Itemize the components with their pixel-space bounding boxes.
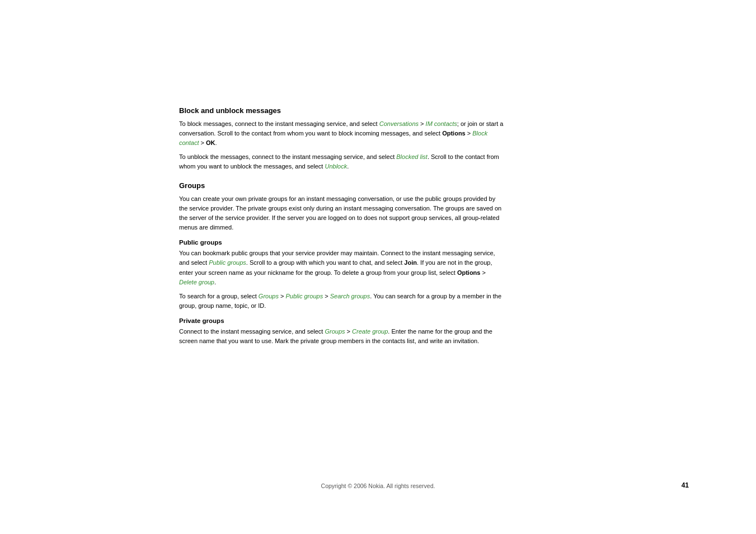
conversations-link[interactable]: Conversations — [379, 120, 419, 127]
public-para1-mid3: > — [480, 269, 485, 276]
public-groups-subsection: Public groups You can bookmark public gr… — [179, 239, 504, 310]
search-groups-link[interactable]: Search groups — [330, 293, 370, 299]
groups-link1[interactable]: Groups — [259, 293, 279, 299]
block-para1-end: . — [215, 139, 217, 146]
public-para2-mid2: > — [323, 293, 330, 299]
block-unblock-section: Block and unblock messages To block mess… — [179, 106, 504, 171]
unblock-end: . — [347, 163, 349, 170]
ok-bold: OK — [206, 139, 215, 146]
groups-intro: You can create your own private groups f… — [179, 194, 504, 232]
public-para1-end: . — [214, 279, 216, 285]
block-para1-mid3: > — [199, 139, 206, 146]
public-para2-mid1: > — [279, 293, 286, 299]
block-unblock-title: Block and unblock messages — [179, 106, 504, 115]
blocked-list-link[interactable]: Blocked list — [396, 153, 428, 160]
private-para1-pre: Connect to the instant messaging service… — [179, 328, 325, 335]
page: Block and unblock messages To block mess… — [0, 0, 756, 534]
options-bold1: Options — [442, 130, 466, 137]
page-number: 41 — [682, 481, 689, 489]
public-groups-link1[interactable]: Public groups — [209, 259, 246, 266]
public-para2-pre: To search for a group, select — [179, 293, 259, 299]
create-group-link[interactable]: Create group — [352, 328, 388, 335]
public-para1-mid1: . Scroll to a group with which you want … — [246, 259, 404, 266]
private-groups-para1: Connect to the instant messaging service… — [179, 327, 504, 346]
private-groups-subsection: Private groups Connect to the instant me… — [179, 317, 504, 346]
private-para1-mid1: > — [345, 328, 353, 335]
unblock-link[interactable]: Unblock — [325, 163, 347, 170]
options-bold2: Options — [457, 269, 481, 276]
groups-section: Groups You can create your own private g… — [179, 181, 504, 346]
public-groups-link2[interactable]: Public groups — [285, 293, 323, 299]
groups-link2[interactable]: Groups — [325, 328, 345, 335]
delete-group-link[interactable]: Delete group — [179, 279, 214, 285]
join-bold: Join — [404, 259, 417, 266]
unblock-pre: To unblock the messages, connect to the … — [179, 153, 396, 160]
public-groups-subtitle: Public groups — [179, 239, 504, 246]
block-para1-mid2: > — [466, 130, 473, 137]
groups-title: Groups — [179, 181, 504, 190]
block-para1-pre: To block messages, connect to the instan… — [179, 120, 379, 127]
block-para1: To block messages, connect to the instan… — [179, 119, 504, 148]
footer: Copyright © 2006 Nokia. All rights reser… — [0, 483, 756, 489]
block-para1-mid1: > — [419, 120, 426, 127]
private-groups-subtitle: Private groups — [179, 317, 504, 324]
public-groups-para2: To search for a group, select Groups > P… — [179, 292, 504, 311]
im-contacts-link[interactable]: IM contacts — [426, 120, 457, 127]
content-area: Block and unblock messages To block mess… — [179, 106, 504, 356]
public-groups-para1: You can bookmark public groups that your… — [179, 249, 504, 287]
block-para2: To unblock the messages, connect to the … — [179, 152, 504, 171]
copyright-text: Copyright © 2006 Nokia. All rights reser… — [321, 483, 435, 489]
